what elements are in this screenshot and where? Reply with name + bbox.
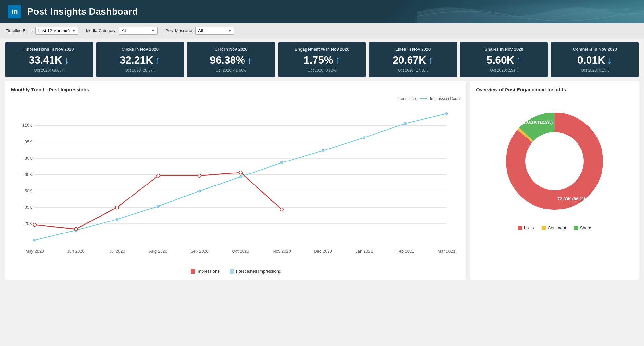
- message-filter-label: Post Message:: [165, 28, 193, 33]
- impressions-legend-swatch: [191, 269, 195, 274]
- kpi-tile: Impressions in Nov 2020 33.41K ↓ Oct 202…: [5, 42, 93, 77]
- svg-point-28: [157, 205, 160, 208]
- kpi-prev: Oct 2020: 0.15K: [556, 68, 634, 73]
- svg-point-30: [239, 175, 242, 178]
- kpi-prev: Oct 2020: 17.38K: [374, 68, 452, 73]
- trend-line-icon: [420, 98, 427, 99]
- svg-point-42: [280, 208, 283, 211]
- kpi-row: Impressions in Nov 2020 33.41K ↓ Oct 202…: [0, 38, 644, 81]
- kpi-value: 32.21K ↑: [101, 54, 179, 66]
- impression-count-label: Impression Count: [430, 96, 460, 101]
- media-filter-group: Media Category: All Image Video: [86, 27, 158, 35]
- kpi-value: 33.41K ↓: [10, 54, 88, 66]
- media-filter-label: Media Category:: [86, 28, 117, 33]
- donut-legend-item: Comment: [542, 225, 566, 230]
- svg-text:Feb 2021: Feb 2021: [397, 249, 414, 254]
- svg-point-38: [115, 206, 119, 209]
- donut-chart-title: Overview of Post Engagement Insights: [476, 87, 633, 92]
- kpi-value: 1.75% ↑: [283, 54, 361, 66]
- kpi-tile: Comment in Nov 2020 0.01K ↓ Oct 2020: 0.…: [551, 42, 639, 77]
- kpi-title: Impressions in Nov 2020: [10, 47, 88, 52]
- kpi-tile: CTR in Nov 2020 96.38% ↑ Oct 2020: 41.66…: [187, 42, 275, 77]
- kpi-title: CTR in Nov 2020: [192, 47, 270, 52]
- svg-point-39: [157, 174, 160, 177]
- kpi-title: Clicks in Nov 2020: [101, 47, 179, 52]
- kpi-arrow-icon: ↑: [516, 54, 521, 66]
- svg-text:Nov 2020: Nov 2020: [273, 249, 291, 254]
- impressions-legend: Impressions: [191, 269, 220, 274]
- svg-point-35: [445, 112, 448, 115]
- svg-text:Dec 2020: Dec 2020: [314, 249, 332, 254]
- kpi-arrow-icon: ↓: [607, 54, 612, 66]
- donut-legend-item: Likes: [518, 225, 534, 230]
- kpi-title: Likes in Nov 2020: [374, 47, 452, 52]
- timeline-filter-select[interactable]: Last 12 Month(s) Last 6 Month(s) Last 3 …: [35, 27, 78, 35]
- svg-point-31: [280, 161, 283, 164]
- page-title: Post Insights Dashboard: [27, 6, 138, 17]
- svg-text:110K: 110K: [22, 123, 32, 128]
- kpi-value: 96.38% ↑: [192, 54, 270, 66]
- kpi-arrow-icon: ↑: [335, 54, 340, 66]
- donut-legend: Likes Comment Share: [476, 225, 633, 230]
- line-chart-svg: 110K95K80K65K50K35K20KMay 2020Jun 2020Ju…: [11, 103, 460, 265]
- svg-point-40: [198, 174, 201, 177]
- kpi-tile: Engagement % in Nov 2020 1.75% ↑ Oct 202…: [278, 42, 366, 77]
- svg-point-32: [322, 149, 324, 152]
- forecast-legend: Forecasted Impressions: [230, 269, 281, 274]
- svg-point-37: [74, 228, 78, 231]
- filters-bar: Timeline Filter: Last 12 Month(s) Last 6…: [0, 23, 644, 38]
- legend-swatch: [518, 226, 522, 230]
- kpi-arrow-icon: ↑: [247, 54, 252, 66]
- svg-text:95K: 95K: [25, 139, 32, 144]
- svg-point-41: [239, 171, 242, 174]
- kpi-prev: Oct 2020: 2.91K: [465, 68, 543, 73]
- svg-point-27: [116, 218, 118, 221]
- kpi-prev: Oct 2020: 28.37K: [101, 68, 179, 73]
- legend-label: Likes: [524, 225, 534, 230]
- kpi-arrow-icon: ↑: [428, 54, 433, 66]
- svg-text:May 2020: May 2020: [25, 249, 44, 254]
- kpi-value: 5.60K ↑: [465, 54, 543, 66]
- kpi-value: 0.01K ↓: [556, 54, 634, 66]
- timeline-filter-group: Timeline Filter: Last 12 Month(s) Last 6…: [6, 27, 78, 35]
- legend-label: Comment: [548, 225, 566, 230]
- kpi-tile: Likes in Nov 2020 20.67K ↑ Oct 2020: 17.…: [369, 42, 457, 77]
- trend-legend: Trend Line: Impression Count: [11, 96, 460, 101]
- line-chart-panel: Monthly Trend - Post Impressions Trend L…: [5, 81, 466, 280]
- kpi-title: Engagement % in Nov 2020: [283, 47, 361, 52]
- kpi-title: Comment in Nov 2020: [556, 47, 634, 52]
- kpi-tile: Clicks in Nov 2020 32.21K ↑ Oct 2020: 28…: [96, 42, 184, 77]
- legend-label: Share: [580, 225, 591, 230]
- svg-text:Oct 2020: Oct 2020: [232, 249, 249, 254]
- svg-point-25: [33, 239, 36, 241]
- message-filter-group: Post Message: All: [165, 27, 234, 35]
- kpi-prev: Oct 2020: 41.66%: [192, 68, 270, 73]
- message-filter-select[interactable]: All: [195, 27, 234, 35]
- legend-swatch: [542, 226, 546, 230]
- kpi-tile: Shares in Nov 2020 5.60K ↑ Oct 2020: 2.9…: [460, 42, 548, 77]
- kpi-arrow-icon: ↑: [155, 54, 160, 66]
- svg-point-29: [198, 190, 201, 192]
- kpi-arrow-icon: ↓: [64, 54, 69, 66]
- header: in Post Insights Dashboard: [0, 0, 644, 23]
- donut-chart-svg: 72.30K (86.2%)10.81K (12.9%): [476, 96, 633, 220]
- svg-text:Jul 2020: Jul 2020: [109, 249, 125, 254]
- svg-text:Jan 2021: Jan 2021: [355, 249, 373, 254]
- svg-text:10.81K (12.9%): 10.81K (12.9%): [523, 120, 553, 125]
- svg-text:50K: 50K: [25, 188, 32, 193]
- svg-text:Sep 2020: Sep 2020: [190, 249, 209, 254]
- kpi-prev: Oct 2020: 68.08K: [10, 68, 88, 73]
- line-chart-title: Monthly Trend - Post Impressions: [11, 87, 460, 92]
- svg-point-33: [363, 136, 365, 139]
- kpi-title: Shares in Nov 2020: [465, 47, 543, 52]
- svg-text:65K: 65K: [25, 172, 32, 177]
- media-filter-select[interactable]: All Image Video: [119, 27, 158, 35]
- kpi-value: 20.67K ↑: [374, 54, 452, 66]
- svg-text:80K: 80K: [25, 156, 32, 161]
- kpi-prev: Oct 2020: 0.72%: [283, 68, 361, 73]
- forecast-legend-swatch: [230, 269, 234, 274]
- linkedin-logo: in: [8, 5, 21, 18]
- forecast-legend-label: Forecasted Impressions: [236, 269, 281, 274]
- legend-swatch: [574, 226, 578, 230]
- svg-text:Jun 2020: Jun 2020: [67, 249, 85, 254]
